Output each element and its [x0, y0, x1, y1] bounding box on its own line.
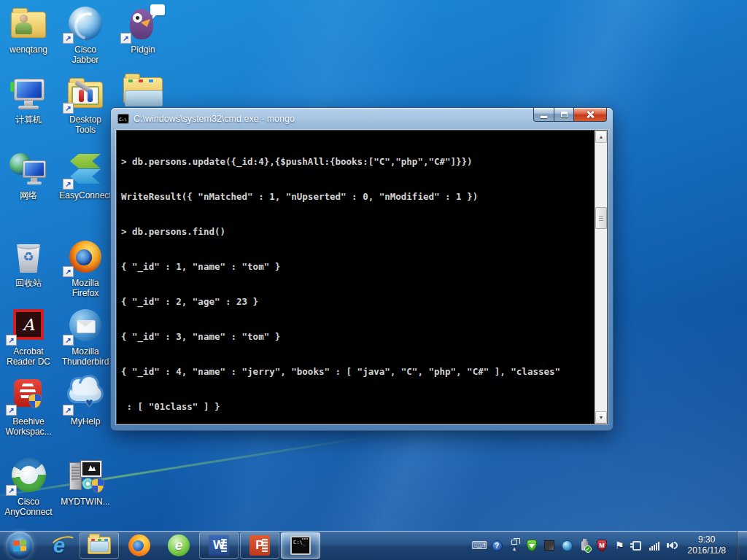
explorer-folder-icon [88, 537, 111, 554]
desktop-icon-thunderbird[interactable]: ↗ MozillaThunderbird [57, 306, 114, 367]
window-title: C:\windows\system32\cmd.exe - mongo [133, 114, 295, 124]
desktop-icon-firefox[interactable]: ↗ MozillaFirefox [57, 238, 114, 298]
app-grid-icon[interactable] [543, 540, 556, 552]
icon-label: 网络 [0, 190, 57, 201]
installer-icon [65, 456, 106, 494]
taskbar-item-cmd[interactable]: C:\_ [281, 532, 320, 559]
firefox-icon [128, 534, 150, 556]
icon-label: CiscoAnyConnect [0, 497, 57, 517]
icon-label: wenqtang [0, 44, 57, 55]
update-shield-icon[interactable] [526, 540, 538, 552]
console-line: : [ "01class" ] } [121, 401, 595, 413]
shortcut-arrow-icon: ↗ [6, 405, 17, 416]
taskbar-item-word[interactable]: W [199, 532, 239, 559]
computer-monitor-icon [8, 74, 49, 112]
desktop-icon-wenqtang[interactable]: wenqtang [0, 4, 57, 55]
acrobat-icon: A ↗ [8, 306, 49, 344]
taskbar-item-powerpoint[interactable]: P [240, 532, 279, 559]
desktop-icon-desktop-tools[interactable]: ↗ DesktopTools [57, 74, 114, 135]
usb-device-icon[interactable]: ✓ [578, 540, 591, 552]
clock-time: 9:30 [688, 534, 727, 545]
maximize-button[interactable] [554, 108, 574, 122]
word-icon: W [209, 535, 229, 556]
anyconnect-globe-icon: ↗ [8, 456, 49, 494]
desktop-icon-cisco-jabber[interactable]: ↗ CiscoJabber [57, 4, 114, 65]
start-button[interactable] [0, 531, 39, 560]
console-line: { "_id" : 2, "age" : 23 } [121, 296, 595, 308]
scroll-down-button[interactable]: ▼ [595, 411, 607, 424]
icon-label: MozillaThunderbird [57, 346, 114, 367]
shortcut-arrow-icon: ↗ [63, 33, 74, 44]
keyboard-icon[interactable]: ⌨ [473, 540, 486, 552]
console-output[interactable]: > db.persons.update({_id:4},{$pushAll:{b… [117, 131, 595, 424]
taskbar: e e W P C:\_ ⌨ ? ▴ [0, 531, 747, 560]
desktop-wallpaper: wenqtang ↗ CiscoJabber ↗ Pidgin 计算机 ↗ De… [0, 0, 747, 560]
desktop-icon-beehive[interactable]: ↗ BeehiveWorkspac... [0, 376, 57, 437]
windows-logo-icon [6, 532, 34, 559]
uac-shield-icon [28, 394, 42, 408]
mcafee-icon[interactable]: M [596, 540, 608, 552]
minimize-button[interactable] [533, 108, 554, 122]
shortcut-arrow-icon: ↗ [63, 405, 74, 416]
window-titlebar[interactable]: C:\_ C:\windows\system32\cmd.exe - mongo [111, 108, 613, 130]
scrollbar-thumb[interactable] [595, 207, 607, 229]
icon-label: 回收站 [0, 278, 57, 288]
console-line: { "_id" : 3, "name" : "tom" } [121, 331, 595, 343]
firefox-icon: ↗ [65, 238, 106, 276]
beehive-icon: ↗ [8, 376, 49, 414]
taskbar-item-internet-explorer[interactable]: e [39, 531, 79, 560]
icon-label: 计算机 [0, 114, 57, 125]
console-line: > db.persons.update({_id:4},{$pushAll:{b… [121, 156, 595, 168]
ie-icon: e [53, 535, 65, 556]
desktop-icon-computer[interactable]: 计算机 [0, 74, 57, 125]
desktop-icon-pidgin[interactable]: ↗ Pidgin [115, 4, 171, 55]
icon-label: AcrobatReader DC [0, 346, 57, 367]
desktop-icon-mydtwin[interactable]: MYDTWIN... [57, 456, 114, 507]
show-desktop-button[interactable] [737, 531, 747, 560]
taskbar-item-windows-explorer[interactable] [80, 532, 119, 559]
desktop-icon-recycle-bin[interactable]: ♻ 回收站 [0, 238, 57, 288]
volume-icon[interactable] [666, 540, 678, 552]
action-center-flag-icon[interactable]: ⚑ [614, 540, 626, 552]
library-folder-icon [123, 70, 163, 108]
icon-label: CiscoJabber [57, 44, 114, 65]
shortcut-arrow-icon: ↗ [6, 335, 17, 346]
shortcut-arrow-icon: ↗ [63, 335, 74, 346]
scroll-up-button[interactable]: ▲ [595, 131, 607, 143]
recycle-bin-icon: ♻ [8, 238, 49, 276]
desktop-icon-folder[interactable] [115, 70, 171, 110]
desktop-icon-anyconnect[interactable]: ↗ CiscoAnyConnect [0, 456, 57, 517]
shortcut-arrow-icon: ↗ [63, 103, 74, 114]
shortcut-arrow-icon: ↗ [120, 33, 131, 44]
shortcut-arrow-icon: ↗ [6, 485, 17, 496]
console-line: { "_id" : 1, "name" : "tom" } [121, 261, 595, 273]
close-button[interactable] [574, 108, 607, 122]
desktop-icon-myhelp[interactable]: ♥ ↗ MyHelp [57, 376, 114, 427]
icon-label: DesktopTools [57, 114, 114, 135]
desktop-icon-easyconnect[interactable]: ↗ EasyConnect [57, 150, 114, 201]
desktop-icon-network[interactable]: 网络 [0, 150, 57, 201]
power-plug-icon[interactable] [631, 540, 643, 552]
network-globe-monitor-icon [8, 150, 49, 188]
scrollbar[interactable]: ▲ ▼ [595, 131, 607, 424]
thunderbird-icon: ↗ [65, 306, 106, 344]
icon-label: MozillaFirefox [57, 278, 114, 298]
help-icon[interactable]: ? [491, 540, 503, 552]
network-globe-icon[interactable] [561, 540, 573, 552]
desktop-icon-acrobat[interactable]: A ↗ AcrobatReader DC [0, 306, 57, 367]
clock-date: 2016/11/8 [688, 545, 727, 556]
signal-bars-icon[interactable] [649, 540, 661, 552]
console-line: { "_id" : 4, "name" : "jerry", "books" :… [121, 366, 595, 378]
user-folder-icon [8, 4, 49, 42]
uac-shield-icon [91, 478, 104, 493]
taskbar-item-360-browser[interactable]: e [159, 531, 198, 560]
clock[interactable]: 9:30 2016/11/8 [684, 534, 732, 556]
powerpoint-icon: P [249, 535, 270, 556]
taskbar-item-firefox[interactable] [120, 531, 159, 560]
cmd-window: C:\_ C:\windows\system32\cmd.exe - mongo… [111, 108, 613, 430]
360-browser-icon: e [168, 534, 190, 556]
cmd-window-icon: C:\_ [117, 114, 129, 124]
icon-label: BeehiveWorkspac... [0, 416, 57, 437]
icon-label: Pidgin [115, 44, 171, 55]
show-hidden-icons-button[interactable]: ▴ [508, 540, 521, 552]
